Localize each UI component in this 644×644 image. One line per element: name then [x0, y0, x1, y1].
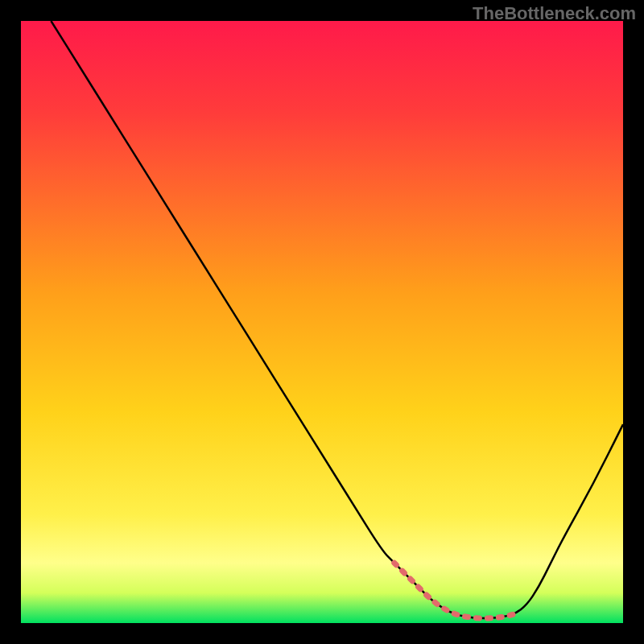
chart-plot-area — [21, 21, 623, 623]
chart-svg — [21, 21, 623, 623]
watermark-text: TheBottleneck.com — [473, 3, 636, 24]
chart-background-gradient — [21, 21, 623, 623]
